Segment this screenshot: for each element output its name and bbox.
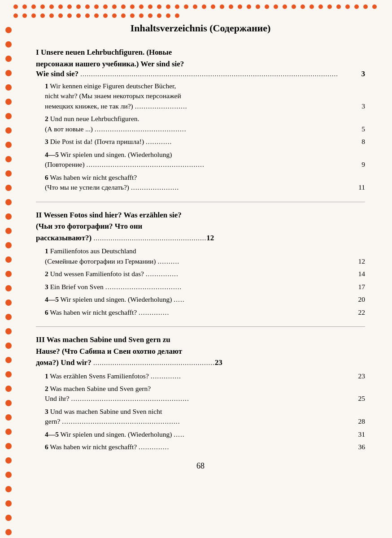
toc-section-I: I Unsere neuen Lehrbuchfiguren. (Новыепе… xyxy=(36,47,365,193)
entry-II-1: 1 Familienfotos aus Deutschland(Семейные… xyxy=(45,246,365,266)
divider-II-III xyxy=(36,326,365,327)
entry-II-45: 4—5 Wir spielen und singen. (Wiederholun… xyxy=(45,295,365,304)
section-I-title-de2: Wie sind sie? xyxy=(36,69,80,78)
section-I-title-de: Unsere neuen Lehrbuchfiguren. (Новыеперс… xyxy=(36,48,184,68)
section-I-page: 3 xyxy=(353,69,365,78)
section-I-roman: I xyxy=(36,48,41,56)
top-dots xyxy=(13,4,379,18)
left-dots xyxy=(5,27,12,538)
entry-III-45: 4—5 Wir spielen und singen. (Wiederholun… xyxy=(45,430,365,439)
entry-I-2: 2 Und nun neue Lehrbuchfiguren.(А вот но… xyxy=(45,114,365,134)
section-III-header: III Was machen Sabine und Sven gern zuHa… xyxy=(36,334,365,369)
entry-I-6: 6 Was haben wir nicht geschafft?(Что мы … xyxy=(45,173,365,193)
divider-I-II xyxy=(36,202,365,202)
entry-II-3: 3 Ein Brief von Sven ...................… xyxy=(45,282,365,292)
section-II-entries: 1 Familienfotos aus Deutschland(Семейные… xyxy=(36,246,365,317)
entry-III-6: 6 Was haben wir nicht geschafft? .......… xyxy=(45,442,365,452)
section-II-header: II Wessen Fotos sind hier? Was erzählen … xyxy=(36,209,365,244)
page-title: Inhaltsverzeichnis (Содержание) xyxy=(36,22,365,34)
section-I-header: I Unsere neuen Lehrbuchfiguren. (Новыепе… xyxy=(36,47,365,78)
section-I-dots: ........................................… xyxy=(80,70,353,78)
entry-III-2: 2 Was machen Sabine und Sven gern?Und ih… xyxy=(45,384,365,404)
page-bottom-number: 68 xyxy=(36,461,365,471)
section-III-entries: 1 Was erzählen Svens Familienfotos? ....… xyxy=(36,371,365,452)
entry-I-3: 3 Die Post ist da! (Почта пришла!) .....… xyxy=(45,137,365,147)
page: Inhaltsverzeichnis (Содержание) I Unsere… xyxy=(0,0,392,538)
entry-II-6: 6 Was haben wir nicht geschafft? .......… xyxy=(45,308,365,317)
entry-III-3: 3 Und was machen Sabine und Sven nichtge… xyxy=(45,407,365,427)
section-I-entries: 1 Wir kennen einige Figuren deutscher Bü… xyxy=(36,81,365,193)
entry-II-2: 2 Und wessen Familienfoto ist das? .....… xyxy=(45,269,365,279)
entry-I-45: 4—5 Wir spielen und singen. (Wiederholun… xyxy=(45,150,365,170)
toc-section-III: III Was machen Sabine und Sven gern zuHa… xyxy=(36,334,365,452)
entry-I-1: 1 Wir kennen einige Figuren deutscher Bü… xyxy=(45,81,365,111)
toc-section-II: II Wessen Fotos sind hier? Was erzählen … xyxy=(36,209,365,317)
entry-III-1: 1 Was erzählen Svens Familienfotos? ....… xyxy=(45,371,365,381)
